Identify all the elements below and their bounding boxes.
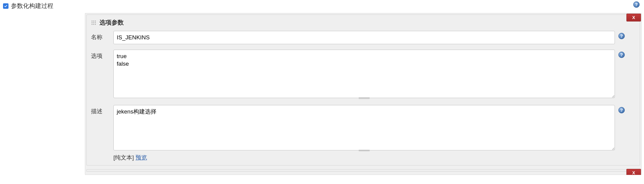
- section-header: 参数化构建过程 ?: [0, 0, 644, 13]
- help-icon[interactable]: ?: [618, 107, 625, 113]
- svg-rect-3: [93, 21, 94, 21]
- choice-parameter-block: X 选项参数 名称: [86, 15, 640, 166]
- block-header: 选项参数: [91, 18, 626, 27]
- help-icon[interactable]: ?: [618, 33, 625, 39]
- svg-text:?: ?: [620, 34, 623, 38]
- parameters-container: X 选项参数 名称: [85, 13, 642, 175]
- svg-rect-4: [95, 21, 96, 21]
- preview-link[interactable]: 预览: [136, 154, 147, 161]
- description-textarea[interactable]: [113, 105, 615, 150]
- parameter-block: X: [86, 169, 640, 172]
- delete-parameter-button[interactable]: X: [626, 14, 641, 21]
- svg-rect-7: [95, 22, 96, 23]
- help-icon[interactable]: ?: [618, 51, 625, 58]
- svg-rect-10: [95, 24, 96, 25]
- svg-text:?: ?: [635, 2, 638, 7]
- parametrized-build-label: 参数化构建过程: [11, 2, 53, 10]
- format-prefix: [纯文本]: [113, 154, 136, 161]
- svg-rect-2: [92, 21, 92, 21]
- svg-rect-5: [92, 22, 92, 23]
- svg-text:?: ?: [620, 52, 623, 57]
- row-choices: 选项 ?: [91, 50, 626, 100]
- name-label: 名称: [91, 31, 110, 41]
- delete-button-label: X: [632, 15, 635, 20]
- parametrized-build-checkbox[interactable]: [3, 3, 8, 9]
- svg-text:?: ?: [620, 108, 623, 113]
- svg-rect-6: [93, 22, 94, 23]
- resize-grip-icon[interactable]: [359, 150, 370, 152]
- choices-textarea[interactable]: [113, 50, 615, 98]
- row-name: 名称 ?: [91, 31, 626, 44]
- description-label: 描述: [91, 105, 110, 115]
- svg-rect-8: [92, 24, 92, 25]
- drag-handle-icon[interactable]: [91, 20, 96, 25]
- block-title: 选项参数: [99, 18, 124, 27]
- row-description: 描述 [纯文本] 预览 ?: [91, 105, 626, 162]
- help-icon[interactable]: ?: [633, 1, 640, 8]
- svg-rect-9: [93, 24, 94, 25]
- delete-parameter-button[interactable]: X: [626, 169, 641, 175]
- choices-label: 选项: [91, 50, 110, 60]
- delete-button-label: X: [632, 170, 635, 175]
- description-format-hint: [纯文本] 预览: [113, 154, 615, 162]
- name-input[interactable]: [113, 31, 615, 44]
- resize-grip-icon[interactable]: [359, 97, 370, 99]
- check-icon: [4, 4, 8, 8]
